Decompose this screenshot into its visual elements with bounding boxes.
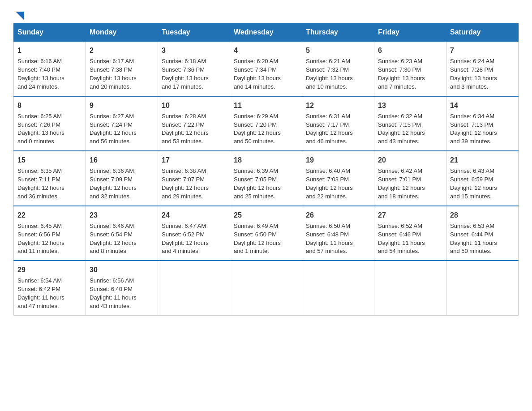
sunset-text: Sunset: 6:52 PM	[162, 231, 205, 238]
daylight-minutes: and 4 minutes.	[162, 248, 200, 254]
calendar-cell: 5 Sunrise: 6:21 AM Sunset: 7:32 PM Dayli…	[302, 41, 374, 96]
svg-marker-0	[16, 12, 24, 20]
calendar-cell: 27 Sunrise: 6:52 AM Sunset: 6:46 PM Dayl…	[374, 206, 446, 261]
daylight-minutes: and 7 minutes.	[378, 83, 416, 90]
sunset-text: Sunset: 7:36 PM	[162, 66, 205, 73]
day-number: 3	[162, 45, 226, 56]
sunset-text: Sunset: 7:30 PM	[378, 66, 421, 73]
day-number: 23	[90, 210, 154, 220]
daylight-hours: Daylight: 13 hours	[450, 75, 497, 81]
day-number: 25	[234, 210, 298, 220]
day-header-friday: Friday	[374, 24, 446, 42]
daylight-minutes: and 17 minutes.	[162, 83, 203, 90]
sunrise-text: Sunrise: 6:50 AM	[306, 223, 350, 229]
daylight-hours: Daylight: 13 hours	[17, 75, 64, 81]
calendar-cell: 26 Sunrise: 6:50 AM Sunset: 6:48 PM Dayl…	[302, 206, 374, 261]
daylight-minutes: and 1 minute.	[234, 248, 269, 254]
sunrise-text: Sunrise: 6:39 AM	[234, 167, 278, 174]
daylight-hours: Daylight: 13 hours	[234, 75, 281, 81]
daylight-hours: Daylight: 11 hours	[17, 294, 64, 301]
sunrise-text: Sunrise: 6:24 AM	[450, 58, 494, 64]
daylight-minutes: and 57 minutes.	[306, 248, 348, 254]
daylight-minutes: and 36 minutes.	[17, 193, 59, 200]
calendar-cell: 15 Sunrise: 6:35 AM Sunset: 7:11 PM Dayl…	[14, 151, 86, 206]
sunrise-text: Sunrise: 6:40 AM	[306, 167, 350, 174]
calendar-cell: 19 Sunrise: 6:40 AM Sunset: 7:03 PM Dayl…	[302, 151, 374, 206]
week-row-4: 22 Sunrise: 6:45 AM Sunset: 6:56 PM Dayl…	[14, 206, 519, 261]
calendar-cell: 28 Sunrise: 6:53 AM Sunset: 6:44 PM Dayl…	[446, 206, 519, 261]
day-number: 16	[90, 155, 154, 165]
day-number: 11	[234, 100, 298, 111]
daylight-hours: Daylight: 12 hours	[450, 184, 497, 191]
sunset-text: Sunset: 7:17 PM	[306, 121, 349, 128]
daylight-hours: Daylight: 12 hours	[378, 129, 425, 136]
sunset-text: Sunset: 7:40 PM	[17, 66, 60, 73]
calendar-cell: 21 Sunrise: 6:43 AM Sunset: 6:59 PM Dayl…	[446, 151, 519, 206]
calendar-cell	[374, 261, 446, 315]
day-number: 1	[17, 45, 82, 56]
sunrise-text: Sunrise: 6:23 AM	[378, 58, 422, 64]
sunset-text: Sunset: 7:07 PM	[162, 176, 205, 183]
day-number: 19	[306, 155, 370, 165]
page-header	[13, 9, 519, 19]
day-number: 22	[17, 210, 82, 220]
calendar-cell: 20 Sunrise: 6:42 AM Sunset: 7:01 PM Dayl…	[374, 151, 446, 206]
day-number: 24	[162, 210, 226, 220]
daylight-minutes: and 32 minutes.	[90, 193, 131, 200]
sunset-text: Sunset: 7:38 PM	[90, 66, 133, 73]
calendar-cell: 4 Sunrise: 6:20 AM Sunset: 7:34 PM Dayli…	[230, 41, 302, 96]
sunset-text: Sunset: 6:56 PM	[17, 231, 60, 238]
day-number: 14	[450, 100, 515, 111]
day-number: 30	[90, 265, 154, 275]
logo	[13, 9, 26, 19]
calendar-cell: 6 Sunrise: 6:23 AM Sunset: 7:30 PM Dayli…	[374, 41, 446, 96]
calendar-cell: 18 Sunrise: 6:39 AM Sunset: 7:05 PM Dayl…	[230, 151, 302, 206]
sunset-text: Sunset: 7:26 PM	[17, 121, 60, 128]
calendar-header-row: SundayMondayTuesdayWednesdayThursdayFrid…	[14, 24, 519, 42]
sunset-text: Sunset: 7:24 PM	[90, 121, 133, 128]
daylight-hours: Daylight: 12 hours	[234, 184, 281, 191]
daylight-minutes: and 24 minutes.	[17, 83, 59, 90]
daylight-hours: Daylight: 13 hours	[90, 75, 137, 81]
daylight-hours: Daylight: 11 hours	[90, 294, 137, 301]
sunrise-text: Sunrise: 6:21 AM	[306, 58, 350, 64]
day-number: 27	[378, 210, 442, 220]
daylight-minutes: and 0 minutes.	[17, 138, 56, 145]
sunrise-text: Sunrise: 6:32 AM	[378, 113, 422, 120]
week-row-1: 1 Sunrise: 6:16 AM Sunset: 7:40 PM Dayli…	[14, 41, 519, 96]
daylight-minutes: and 15 minutes.	[450, 193, 492, 200]
daylight-minutes: and 20 minutes.	[90, 83, 131, 90]
daylight-minutes: and 56 minutes.	[90, 138, 131, 145]
day-header-saturday: Saturday	[446, 24, 519, 42]
calendar-cell: 13 Sunrise: 6:32 AM Sunset: 7:15 PM Dayl…	[374, 96, 446, 151]
calendar-cell	[446, 261, 519, 315]
sunset-text: Sunset: 6:40 PM	[90, 286, 133, 292]
day-header-sunday: Sunday	[14, 24, 86, 42]
logo-triangle-icon	[14, 10, 26, 21]
calendar-cell: 25 Sunrise: 6:49 AM Sunset: 6:50 PM Dayl…	[230, 206, 302, 261]
sunset-text: Sunset: 7:09 PM	[90, 176, 133, 183]
sunrise-text: Sunrise: 6:31 AM	[306, 113, 350, 120]
calendar-cell: 11 Sunrise: 6:29 AM Sunset: 7:20 PM Dayl…	[230, 96, 302, 151]
daylight-minutes: and 50 minutes.	[234, 138, 275, 145]
daylight-hours: Daylight: 12 hours	[234, 240, 281, 246]
day-number: 6	[378, 45, 442, 56]
calendar-cell: 10 Sunrise: 6:28 AM Sunset: 7:22 PM Dayl…	[158, 96, 230, 151]
calendar-cell: 24 Sunrise: 6:47 AM Sunset: 6:52 PM Dayl…	[158, 206, 230, 261]
daylight-hours: Daylight: 13 hours	[162, 75, 209, 81]
calendar-table: SundayMondayTuesdayWednesdayThursdayFrid…	[13, 23, 519, 316]
daylight-minutes: and 47 minutes.	[17, 303, 59, 309]
calendar-cell	[158, 261, 230, 315]
sunrise-text: Sunrise: 6:18 AM	[162, 58, 206, 64]
daylight-minutes: and 22 minutes.	[306, 193, 348, 200]
daylight-hours: Daylight: 11 hours	[306, 240, 353, 246]
daylight-minutes: and 8 minutes.	[90, 248, 128, 254]
daylight-minutes: and 50 minutes.	[450, 248, 492, 254]
day-number: 21	[450, 155, 515, 165]
daylight-minutes: and 10 minutes.	[306, 83, 348, 90]
sunrise-text: Sunrise: 6:35 AM	[17, 167, 62, 174]
daylight-hours: Daylight: 12 hours	[162, 184, 209, 191]
sunset-text: Sunset: 7:20 PM	[234, 121, 277, 128]
week-row-5: 29 Sunrise: 6:54 AM Sunset: 6:42 PM Dayl…	[14, 261, 519, 315]
sunset-text: Sunset: 6:59 PM	[450, 176, 493, 183]
